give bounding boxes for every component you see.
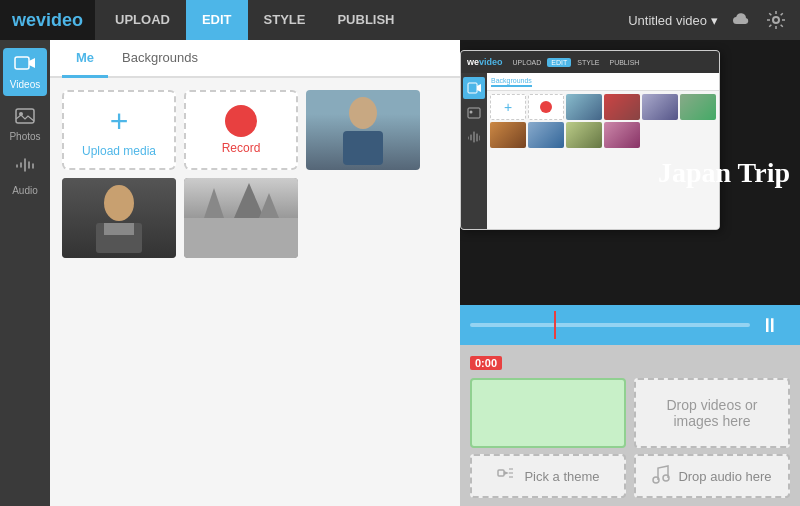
mini-thumb-4 — [680, 94, 716, 120]
sidebar-item-videos[interactable]: Videos — [3, 48, 47, 96]
mini-upload-btn: UPLOAD — [509, 58, 546, 67]
trees-thumbnail-icon — [184, 178, 298, 258]
sidebar-label-videos: Videos — [10, 79, 40, 90]
svg-marker-19 — [504, 471, 509, 475]
record-button[interactable]: Record — [184, 90, 298, 170]
plus-icon: + — [110, 103, 129, 140]
timeline-time: 0:00 — [470, 356, 502, 370]
nav-upload[interactable]: UPLOAD — [99, 0, 186, 40]
videos-icon — [14, 54, 36, 77]
svg-rect-16 — [468, 108, 480, 118]
nav-buttons: UPLOAD EDIT STYLE PUBLISH — [99, 0, 410, 40]
media-thumb-1[interactable] — [306, 90, 420, 170]
media-grid: + Upload media Record — [50, 78, 460, 506]
mini-popup-body: Backgrounds + — [461, 73, 719, 229]
photos-icon — [15, 106, 35, 129]
svg-point-17 — [470, 111, 473, 114]
japan-trip-text: Japan Trip — [658, 157, 790, 189]
svg-rect-9 — [104, 223, 134, 235]
content-panel: Me Backgrounds + Upload media Record — [50, 40, 460, 506]
sidebar-label-photos: Photos — [9, 131, 40, 142]
drop-audio-button[interactable]: Drop audio here — [634, 454, 790, 498]
mini-thumb-1 — [566, 94, 602, 120]
timeline-drop-zone[interactable]: Drop videos or images here — [634, 378, 790, 448]
cloud-icon[interactable] — [726, 6, 754, 34]
nav-publish[interactable]: PUBLISH — [321, 0, 410, 40]
tab-backgrounds[interactable]: Backgrounds — [108, 40, 212, 78]
main-layout: Videos Photos Audio Me Backg — [0, 40, 800, 506]
audio-icon — [16, 158, 34, 183]
settings-icon[interactable] — [762, 6, 790, 34]
preview-area: wevideo UPLOAD EDIT STYLE PUBLISH — [460, 40, 800, 305]
pause-button[interactable]: ⏸ — [750, 314, 790, 337]
music-icon — [652, 464, 670, 489]
svg-rect-10 — [184, 218, 298, 258]
project-dropdown[interactable]: ▾ — [711, 13, 718, 28]
svg-marker-13 — [259, 193, 279, 218]
media-thumb-2[interactable] — [62, 178, 176, 258]
mini-record-thumb — [528, 94, 564, 120]
mini-thumb-7 — [566, 122, 602, 148]
pick-theme-button[interactable]: Pick a theme — [470, 454, 626, 498]
theme-icon — [496, 464, 516, 489]
svg-rect-1 — [15, 57, 29, 69]
svg-point-0 — [773, 17, 779, 23]
mini-publish-btn: PUBLISH — [605, 58, 643, 67]
mini-sidebar-photos — [463, 102, 485, 124]
nav-style[interactable]: STYLE — [248, 0, 322, 40]
media-thumb-3[interactable] — [184, 178, 298, 258]
record-label: Record — [222, 141, 261, 155]
mini-thumb-6 — [528, 122, 564, 148]
nav-right: Untitled video ▾ — [628, 6, 800, 34]
drop-audio-label: Drop audio here — [678, 469, 771, 484]
seek-handle — [554, 311, 556, 339]
pick-theme-label: Pick a theme — [524, 469, 599, 484]
svg-marker-2 — [29, 58, 35, 68]
timeline-row-video: Drop videos or images here — [470, 378, 790, 448]
svg-point-7 — [104, 185, 134, 221]
record-circle-icon — [225, 105, 257, 137]
sidebar-item-photos[interactable]: Photos — [3, 100, 47, 148]
svg-marker-11 — [204, 188, 224, 218]
sidebar-item-audio[interactable]: Audio — [3, 152, 47, 202]
mini-rec-icon — [540, 101, 552, 113]
timeline-audio-row: Pick a theme Drop audio here — [470, 454, 790, 498]
project-title: Untitled video ▾ — [628, 13, 718, 28]
mini-thumb-5 — [490, 122, 526, 148]
logo: wevideo — [12, 10, 83, 31]
svg-point-5 — [349, 97, 377, 129]
logo-area: wevideo — [0, 0, 95, 40]
mini-sidebar-videos — [463, 77, 485, 99]
office-person-icon — [84, 181, 154, 256]
nav-edit[interactable]: EDIT — [186, 0, 248, 40]
upload-label: Upload media — [82, 144, 156, 158]
mini-thumb-3 — [642, 94, 678, 120]
mini-content: Backgrounds + — [487, 73, 719, 229]
mini-sidebar-audio — [463, 127, 485, 149]
svg-rect-14 — [468, 83, 477, 93]
seek-bar[interactable] — [470, 323, 750, 327]
mini-sidebar — [461, 73, 487, 229]
svg-rect-3 — [16, 109, 34, 123]
right-column: wevideo UPLOAD EDIT STYLE PUBLISH — [460, 40, 800, 506]
mini-thumb-8 — [604, 122, 640, 148]
mini-upload-thumb: + — [490, 94, 526, 120]
video-preview: wevideo UPLOAD EDIT STYLE PUBLISH — [460, 40, 800, 345]
mini-grid: + — [487, 91, 719, 151]
tab-me[interactable]: Me — [62, 40, 108, 78]
svg-rect-18 — [498, 470, 504, 476]
timeline-clip-green[interactable] — [470, 378, 626, 448]
timeline-area: 0:00 Drop videos or images here — [460, 345, 800, 506]
mini-tab-backgrounds: Backgrounds — [491, 77, 532, 87]
sidebar-label-audio: Audio — [12, 185, 38, 196]
left-sidebar: Videos Photos Audio — [0, 40, 50, 506]
mini-tabs: Backgrounds — [487, 73, 719, 91]
mini-popup-nav: wevideo UPLOAD EDIT STYLE PUBLISH — [461, 51, 719, 73]
mini-logo: wevideo — [467, 57, 503, 67]
mini-style-btn: STYLE — [573, 58, 603, 67]
mini-edit-btn: EDIT — [547, 58, 571, 67]
mini-popup: wevideo UPLOAD EDIT STYLE PUBLISH — [460, 50, 720, 230]
svg-marker-12 — [234, 183, 264, 218]
upload-media-button[interactable]: + Upload media — [62, 90, 176, 170]
content-tabs: Me Backgrounds — [50, 40, 460, 78]
